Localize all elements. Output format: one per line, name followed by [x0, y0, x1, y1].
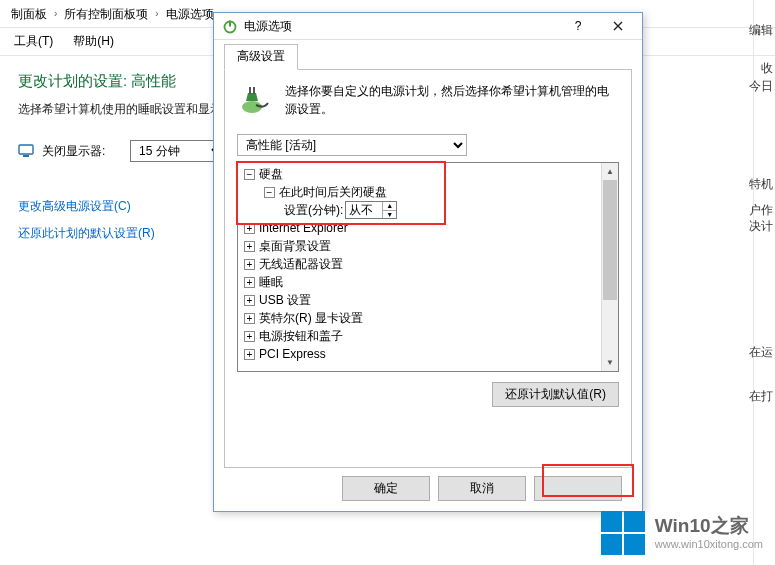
tree-scrollbar[interactable]: ▲ ▼ [601, 163, 618, 371]
dialog-title: 电源选项 [244, 18, 558, 35]
scroll-thumb[interactable] [603, 180, 617, 300]
dialog-description: 选择你要自定义的电源计划，然后选择你希望计算机管理的电源设置。 [285, 82, 619, 118]
tree-label: Internet Explorer [259, 219, 348, 237]
setting-spinner[interactable]: ▲ ▼ [345, 201, 397, 219]
tree-node-hdd-off[interactable]: − 在此时间后关闭硬盘 [238, 183, 618, 201]
monitor-icon [18, 143, 34, 159]
svg-rect-6 [253, 87, 255, 94]
svg-rect-0 [19, 145, 33, 154]
tree-label: 硬盘 [259, 165, 283, 183]
svg-rect-5 [249, 87, 251, 94]
spinner-up-icon[interactable]: ▲ [383, 202, 396, 211]
expand-icon[interactable]: + [244, 295, 255, 306]
power-options-dialog: 电源选项 ? 高级设置 选择你要自定义的电源计划，然后选择你希望计算机管理的电源… [213, 12, 643, 512]
expand-icon[interactable]: + [244, 331, 255, 342]
tree-label: USB 设置 [259, 291, 311, 309]
svg-rect-1 [23, 155, 29, 157]
power-icon [222, 18, 238, 34]
cancel-button[interactable]: 取消 [438, 476, 526, 501]
watermark-url: www.win10xitong.com [655, 538, 763, 551]
chevron-right-icon: › [52, 8, 59, 19]
tree-label: PCI Express [259, 345, 326, 363]
expand-icon[interactable]: + [244, 223, 255, 234]
tree-node-setting[interactable]: 设置(分钟): ▲ ▼ [238, 201, 618, 219]
tree-label: 睡眠 [259, 273, 283, 291]
plan-select[interactable]: 高性能 [活动] [237, 134, 467, 156]
tree-node[interactable]: +USB 设置 [238, 291, 618, 309]
menu-tools[interactable]: 工具(T) [4, 31, 63, 52]
tree-node[interactable]: +Internet Explorer [238, 219, 618, 237]
right-strip: 编辑 收 今日 特机 户作 决计 在运 在打 [753, 0, 775, 565]
display-off-label: 关闭显示器: [42, 143, 130, 160]
tab-panel-advanced: 选择你要自定义的电源计划，然后选择你希望计算机管理的电源设置。 高性能 [活动]… [224, 69, 632, 468]
windows-logo-icon [601, 511, 645, 555]
display-off-select[interactable]: 15 分钟 [130, 140, 225, 162]
restore-defaults-button[interactable]: 还原计划默认值(R) [492, 382, 619, 407]
tree-node-hdd[interactable]: − 硬盘 [238, 165, 618, 183]
expand-icon[interactable]: + [244, 259, 255, 270]
apply-button[interactable] [534, 476, 622, 501]
collapse-icon[interactable]: − [244, 169, 255, 180]
breadcrumb-item[interactable]: 制面板 [6, 0, 52, 28]
expand-icon[interactable]: + [244, 349, 255, 360]
menu-help[interactable]: 帮助(H) [63, 31, 124, 52]
power-plug-icon [237, 82, 273, 118]
scroll-up-icon[interactable]: ▲ [602, 163, 618, 180]
setting-label: 设置(分钟): [284, 201, 343, 219]
tree-node[interactable]: +桌面背景设置 [238, 237, 618, 255]
expand-icon[interactable]: + [244, 241, 255, 252]
tree-label: 在此时间后关闭硬盘 [279, 183, 387, 201]
help-button[interactable]: ? [558, 15, 598, 37]
chevron-right-icon: › [153, 8, 160, 19]
tree-label: 桌面背景设置 [259, 237, 331, 255]
collapse-icon[interactable]: − [264, 187, 275, 198]
tree-node[interactable]: +睡眠 [238, 273, 618, 291]
breadcrumb-item[interactable]: 所有控制面板项 [59, 0, 153, 28]
expand-icon[interactable]: + [244, 277, 255, 288]
watermark-title: Win10之家 [655, 515, 763, 538]
tree-label: 无线适配器设置 [259, 255, 343, 273]
scroll-down-icon[interactable]: ▼ [602, 354, 618, 371]
watermark: Win10之家 www.win10xitong.com [601, 511, 763, 555]
spinner-down-icon[interactable]: ▼ [383, 211, 396, 219]
expand-icon[interactable]: + [244, 313, 255, 324]
tree-node[interactable]: +无线适配器设置 [238, 255, 618, 273]
tab-advanced[interactable]: 高级设置 [224, 44, 298, 70]
ok-button[interactable]: 确定 [342, 476, 430, 501]
tree-node[interactable]: +电源按钮和盖子 [238, 327, 618, 345]
tree-node[interactable]: +英特尔(R) 显卡设置 [238, 309, 618, 327]
breadcrumb-item[interactable]: 电源选项 [161, 0, 219, 28]
tabs: 高级设置 [224, 44, 632, 70]
svg-rect-3 [229, 21, 231, 27]
tree-node[interactable]: +PCI Express [238, 345, 618, 363]
tree-label: 英特尔(R) 显卡设置 [259, 309, 363, 327]
settings-tree: − 硬盘 − 在此时间后关闭硬盘 设置(分钟): ▲ ▼ [237, 162, 619, 372]
close-button[interactable] [598, 15, 638, 37]
tree-label: 电源按钮和盖子 [259, 327, 343, 345]
dialog-titlebar[interactable]: 电源选项 ? [214, 13, 642, 39]
setting-spinner-value[interactable] [346, 202, 382, 218]
